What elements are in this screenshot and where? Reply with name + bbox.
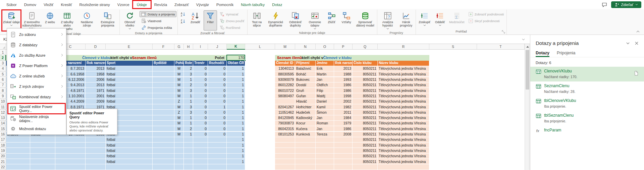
cell-N22[interactable]: [295, 164, 316, 170]
cell-I20[interactable]: [193, 154, 208, 159]
cell-Q9[interactable]: 8050211: [353, 93, 378, 99]
query-item-seznamclenu[interactable]: SeznamClenuNačítané riadky: 28.: [530, 81, 644, 96]
cell-P19[interactable]: [334, 148, 353, 153]
cell-A21[interactable]: [6, 159, 30, 164]
menu-tab-navrh-tabulky[interactable]: Návrh tabuľky: [237, 0, 268, 9]
data-model-button[interactable]: Spravovať dátový model: [355, 10, 376, 30]
cell-I11[interactable]: 0: [193, 104, 208, 110]
cell-Q14[interactable]: 8050211: [353, 121, 378, 126]
cell-F9[interactable]: [153, 93, 174, 99]
cell-D19[interactable]: [86, 148, 106, 153]
group-button[interactable]: Zoskupiť: [417, 10, 432, 29]
cell-G12[interactable]: Z: [174, 110, 184, 115]
cell-E21[interactable]: fotbal: [106, 159, 153, 164]
right-table-header-rok-narozeni[interactable]: Rok narození: [334, 61, 353, 66]
cell-I4[interactable]: 0: [193, 66, 208, 71]
column-header-H[interactable]: H: [184, 44, 193, 50]
cell-N13[interactable]: Kaštovský: [295, 115, 316, 121]
cell-N17[interactable]: [295, 137, 316, 143]
cell-N21[interactable]: [295, 159, 316, 164]
flash-fill-button[interactable]: Dynamické dopĺňanie: [266, 10, 285, 30]
cell-B20[interactable]: [30, 154, 55, 159]
menu-tab-vyvojar[interactable]: Vývojár: [193, 0, 213, 9]
cell-A18[interactable]: [6, 143, 30, 148]
cell-B17[interactable]: [30, 137, 55, 143]
cell-M19[interactable]: [275, 148, 295, 153]
cell-J6[interactable]: 0: [208, 77, 227, 82]
filter-button[interactable]: Filter: [204, 10, 217, 31]
cell-H16[interactable]: 1: [184, 132, 193, 137]
cell-B19[interactable]: [30, 148, 55, 153]
column-header-R[interactable]: R: [378, 44, 429, 50]
cell-C19[interactable]: [55, 148, 86, 153]
cell-R22[interactable]: [378, 164, 429, 170]
cell-F6[interactable]: [153, 77, 174, 82]
cell-J16[interactable]: 0: [208, 132, 227, 137]
cell-O8[interactable]: Filip: [316, 88, 334, 93]
cell-K13[interactable]: 1: [227, 115, 245, 121]
cell-D9[interactable]: 2001: [86, 93, 106, 99]
cell-I16[interactable]: 0: [193, 132, 208, 137]
cell-J17[interactable]: [208, 137, 227, 143]
cell-H8[interactable]: 3: [184, 88, 193, 93]
cell-F14[interactable]: [153, 121, 174, 126]
cell-Q19[interactable]: 8050211: [353, 148, 378, 153]
cell-N5[interactable]: Boháč: [295, 71, 316, 77]
menu-item-from-database[interactable]: Z databázy: [7, 40, 66, 50]
cell-N10[interactable]: Hlaváč: [295, 99, 316, 104]
cell-P20[interactable]: [334, 154, 353, 159]
cell-H13[interactable]: 1: [184, 115, 193, 121]
cell-N19[interactable]: [295, 148, 316, 153]
cell-O10[interactable]: Daniel: [316, 99, 334, 104]
column-header-T[interactable]: T: [477, 44, 525, 50]
cell-E19[interactable]: fotbal: [106, 148, 153, 153]
menu-tab-rozlozenie-strany[interactable]: Rozloženie strany: [75, 0, 113, 9]
cell-R6[interactable]: Tělovýchovná jednota Vřesina: [378, 77, 429, 82]
cell-P7[interactable]: 1986: [334, 82, 353, 88]
row-header-20[interactable]: 20: [0, 154, 6, 159]
row-header-15[interactable]: 15: [0, 126, 6, 131]
cell-M11[interactable]: 82041267: [275, 104, 295, 110]
cell-H7[interactable]: 2: [184, 82, 193, 88]
cell-J15[interactable]: 0: [208, 126, 227, 131]
left-table-header-sport[interactable]: Sport: [106, 61, 153, 66]
column-header-O[interactable]: O: [316, 44, 334, 50]
row-header-9[interactable]: 9: [0, 93, 6, 99]
cell-N15[interactable]: Kučera: [295, 126, 316, 131]
cell-I17[interactable]: [193, 137, 208, 143]
cell-J5[interactable]: 0: [208, 71, 227, 77]
cell-K5[interactable]: 1: [227, 71, 245, 77]
cell-R15[interactable]: Tělovýchovná jednota Vřesina: [378, 126, 429, 131]
cell-R9[interactable]: Tělovýchovná jednota Vřesina: [378, 93, 429, 99]
cell-J21[interactable]: [208, 159, 227, 164]
cell-G22[interactable]: [174, 164, 184, 170]
cell-F17[interactable]: [153, 137, 174, 143]
column-header-F[interactable]: F: [153, 44, 174, 50]
close-icon[interactable]: [635, 41, 639, 45]
cell-H6[interactable]: 1: [184, 77, 193, 82]
cell-Q10[interactable]: 8050211: [353, 99, 378, 104]
cell-H22[interactable]: [184, 164, 193, 170]
menu-tab-dotaz[interactable]: Dotaz: [268, 0, 286, 9]
refresh-all-button[interactable]: Obnoviť všetko: [121, 10, 139, 31]
cell-K10[interactable]: 1: [227, 99, 245, 104]
cell-R18[interactable]: Tělovýchovná jednota Vřesina: [378, 143, 429, 148]
cell-R14[interactable]: Tělovýchovná jednota Vřesina: [378, 121, 429, 126]
menu-item-combine-queries[interactable]: Kombinovať dotazy: [7, 92, 66, 102]
cell-F12[interactable]: [153, 110, 174, 115]
cell-Q12[interactable]: 8050211: [353, 110, 378, 115]
right-table-header-cislo-klubu[interactable]: Číslo klubu: [353, 61, 378, 66]
cell-J12[interactable]: 0: [208, 110, 227, 115]
cell-F4[interactable]: [153, 66, 174, 71]
cell-A20[interactable]: [6, 154, 30, 159]
cell-O19[interactable]: [316, 148, 334, 153]
cell-F10[interactable]: [153, 99, 174, 104]
menu-item-from-other-sources[interactable]: Z iných zdrojov: [7, 81, 66, 92]
query-item-tblseznamclenu[interactable]: tblSeznamClenuIba pripojenie.: [530, 111, 644, 126]
row-header-6[interactable]: 6: [0, 77, 6, 82]
cell-C18[interactable]: [55, 143, 86, 148]
cell-O20[interactable]: [316, 154, 334, 159]
cell-E10[interactable]: fotbal: [106, 99, 153, 104]
collapse-ribbon-icon[interactable]: [636, 30, 640, 33]
cell-M15[interactable]: 86042315: [275, 126, 295, 131]
